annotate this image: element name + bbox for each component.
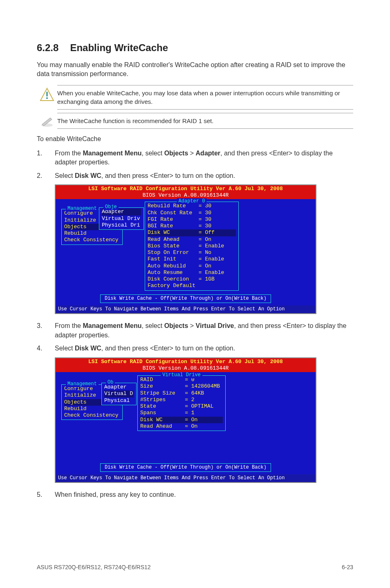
step-body: When finished, press any key to continue… bbox=[55, 490, 353, 499]
step-4: 4. Select Disk WC, and then press <Enter… bbox=[37, 344, 353, 353]
virtual-drive-panel-label: Virtual Drive bbox=[161, 372, 202, 378]
bios-subtitle: BIOS Version A.08.09161344R bbox=[56, 192, 316, 199]
step-number: 2. bbox=[37, 171, 55, 180]
virtual-drive-properties-list: RAID = 0Size = 1428604MBStripe Size = 64… bbox=[140, 377, 223, 430]
submenu-item[interactable]: Virtual Driv bbox=[102, 215, 141, 222]
step-body: Select Disk WC, and then press <Enter> t… bbox=[55, 344, 353, 353]
svg-rect-1 bbox=[47, 92, 48, 97]
warning-note: When you enable WriteCache, you may lose… bbox=[37, 85, 353, 110]
footer-left: ASUS RS720Q-E6/RS12, RS724Q-E6/RS12 bbox=[37, 563, 151, 572]
property-row[interactable]: Spans = 1 bbox=[140, 410, 223, 416]
management-menu-label: Management bbox=[66, 206, 99, 212]
property-row[interactable]: Disk Coercion = 1GB bbox=[148, 276, 236, 283]
property-row[interactable]: Auto Rebuild = On bbox=[148, 263, 236, 269]
property-row[interactable]: Read Ahead = On bbox=[140, 423, 223, 430]
adapter-properties-panel: Adapter 0 Rebuild Rate = 30Chk Const Rat… bbox=[145, 202, 239, 290]
bios-footer: Use Cursor Keys To Navigate Between Item… bbox=[56, 474, 316, 482]
objects-submenu-label: Obje bbox=[103, 204, 119, 210]
procedure-heading: To enable WriteCache bbox=[37, 135, 353, 144]
property-row[interactable]: Stripe Size = 64KB bbox=[140, 390, 223, 397]
step-body: Select Disk WC, and then press <Enter> t… bbox=[55, 171, 353, 180]
adapter-properties-list: Rebuild Rate = 30Chk Const Rate = 30FGI … bbox=[148, 203, 236, 289]
bios-subtitle: BIOS Version A.08.09161344R bbox=[56, 365, 316, 372]
property-row[interactable]: Disk WC = Off bbox=[148, 229, 236, 236]
submenu-item[interactable]: Physical bbox=[104, 397, 134, 404]
bios-body: Management Configure Initialize Objects … bbox=[56, 372, 316, 474]
bios-window: LSI Software RAID Configuration Utility … bbox=[55, 357, 316, 483]
property-row[interactable]: Auto Resume = Enable bbox=[148, 269, 236, 276]
menu-item[interactable]: Rebuild bbox=[64, 230, 120, 237]
step-1: 1. From the Management Menu, select Obje… bbox=[37, 149, 353, 167]
property-row[interactable]: State = OPTIMAL bbox=[140, 403, 223, 410]
property-row[interactable]: FGI Rate = 30 bbox=[148, 216, 236, 223]
menu-item[interactable]: Check Consistency bbox=[64, 412, 120, 419]
footer-right: 6-23 bbox=[342, 563, 353, 572]
section-heading: 6.2.8Enabling WriteCache bbox=[37, 41, 353, 55]
section-title: Enabling WriteCache bbox=[70, 42, 168, 53]
info-note: The WriteCache function is recommended f… bbox=[37, 113, 353, 129]
property-row[interactable]: Fast Init = Enable bbox=[148, 256, 236, 263]
property-row[interactable]: Size = 1428604MB bbox=[140, 383, 223, 390]
bios-screenshot-2: LSI Software RAID Configuration Utility … bbox=[55, 357, 353, 483]
property-row[interactable]: Disk WC = On bbox=[140, 417, 223, 423]
step-list-cont: 3. From the Management Menu, select Obje… bbox=[37, 321, 353, 353]
page-footer: ASUS RS720Q-E6/RS12, RS724Q-E6/RS12 6-23 bbox=[37, 563, 353, 572]
step-3: 3. From the Management Menu, select Obje… bbox=[37, 321, 353, 340]
bios-status-box: Disk Write Cache - Off(Write Through) or… bbox=[100, 463, 271, 472]
bios-screenshot-1: LSI Software RAID Configuration Utility … bbox=[55, 184, 353, 314]
property-row[interactable]: Factory Default bbox=[148, 283, 236, 289]
menu-item[interactable]: Check Consistency bbox=[64, 237, 120, 243]
bios-title: LSI Software RAID Configuration Utility … bbox=[56, 359, 316, 365]
objects-submenu-panel: Obje Adapter Virtual Driv Physical Dri bbox=[99, 207, 144, 230]
info-text: The WriteCache function is recommended f… bbox=[57, 113, 353, 129]
bios-titlebar: LSI Software RAID Configuration Utility … bbox=[56, 185, 316, 200]
property-row[interactable]: Chk Const Rate = 30 bbox=[148, 210, 236, 216]
step-number: 3. bbox=[37, 321, 55, 330]
bios-title: LSI Software RAID Configuration Utility … bbox=[56, 186, 316, 192]
menu-item[interactable]: Rebuild bbox=[64, 406, 120, 412]
property-row[interactable]: BGI Rate = 30 bbox=[148, 223, 236, 229]
step-2: 2. Select Disk WC, and then press <Enter… bbox=[37, 171, 353, 180]
step-list-end: 5. When finished, press any key to conti… bbox=[37, 490, 353, 499]
bios-status-box: Disk Write Cache - Off(Write Through) or… bbox=[100, 294, 271, 303]
warning-icon bbox=[37, 85, 57, 101]
objects-submenu-panel: Ob Adapter Virtual D Physical bbox=[101, 383, 137, 405]
step-number: 1. bbox=[37, 149, 55, 158]
management-menu-label: Management bbox=[66, 381, 99, 387]
bios-window: LSI Software RAID Configuration Utility … bbox=[55, 184, 316, 314]
virtual-drive-panel: Virtual Drive RAID = 0Size = 1428604MBSt… bbox=[137, 375, 226, 431]
step-5: 5. When finished, press any key to conti… bbox=[37, 490, 353, 499]
property-row[interactable]: Stop On Error = No bbox=[148, 249, 236, 256]
property-row[interactable]: Read Ahead = On bbox=[148, 236, 236, 243]
property-row[interactable]: #Stripes = 2 bbox=[140, 397, 223, 403]
step-number: 5. bbox=[37, 490, 55, 499]
submenu-item[interactable]: Physical Dri bbox=[102, 222, 141, 229]
bios-body: Management Configure Initialize Objects … bbox=[56, 199, 316, 305]
step-number: 4. bbox=[37, 344, 55, 353]
intro-paragraph: You may manually enable the RAID control… bbox=[37, 61, 353, 79]
step-list: 1. From the Management Menu, select Obje… bbox=[37, 149, 353, 180]
pen-icon bbox=[37, 113, 57, 128]
submenu-item-selected[interactable]: Virtual D bbox=[104, 391, 134, 397]
warning-text: When you enable WriteCache, you may lose… bbox=[57, 85, 353, 110]
step-body: From the Management Menu, select Objects… bbox=[55, 321, 353, 340]
adapter-panel-label: Adapter 0 bbox=[177, 198, 207, 204]
section-number: 6.2.8 bbox=[37, 42, 58, 53]
step-body: From the Management Menu, select Objects… bbox=[55, 149, 353, 167]
svg-point-2 bbox=[46, 97, 48, 99]
bios-footer: Use Cursor Keys To Navigate Between Item… bbox=[56, 305, 316, 313]
bios-titlebar: LSI Software RAID Configuration Utility … bbox=[56, 358, 316, 373]
property-row[interactable]: Bios State = Enable bbox=[148, 243, 236, 249]
objects-submenu-label: Ob bbox=[106, 379, 115, 386]
